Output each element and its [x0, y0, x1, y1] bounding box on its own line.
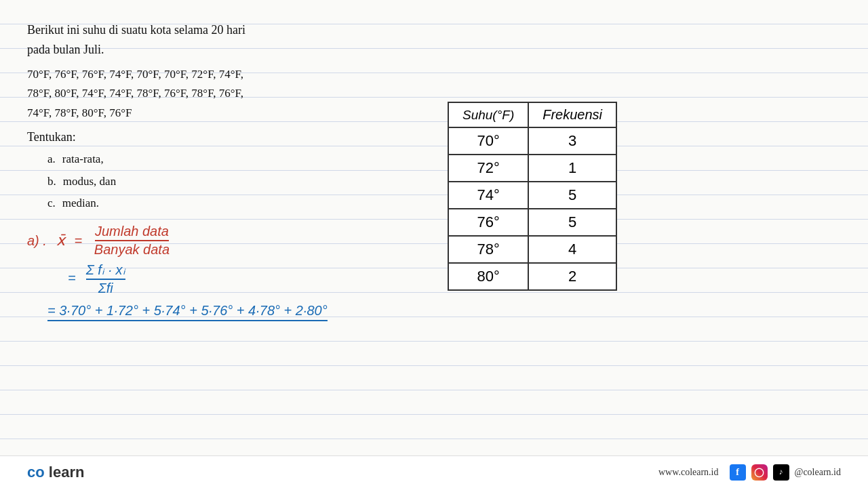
table-header-frekuensi: Frekuensi: [528, 102, 616, 127]
facebook-icon: f: [730, 464, 746, 481]
table-row: 76° 5: [448, 209, 616, 236]
table-row: 72° 1: [448, 155, 616, 182]
table-row: 78° 4: [448, 236, 616, 263]
sub-items: a.rata-rata, b.modus, dan c.median.: [27, 148, 841, 214]
tiktok-icon: ♪: [773, 464, 789, 481]
footer: co learn www.colearn.id f ◯ ♪ @colearn.i…: [0, 455, 868, 488]
solution-part-a: a) . x̄ = Jumlah data Banyak data: [27, 224, 841, 258]
social-icons: f ◯ ♪ @colearn.id: [730, 464, 841, 481]
footer-right: www.colearn.id f ◯ ♪ @colearn.id: [658, 464, 841, 481]
solution-section: a) . x̄ = Jumlah data Banyak data = Σ fᵢ…: [27, 224, 841, 321]
solution-expansion: = 3·70° + 1·72° + 5·74° + 5·76° + 4·78° …: [47, 303, 841, 321]
instagram-icon: ◯: [751, 464, 768, 481]
table-row: 70° 3: [448, 127, 616, 155]
website-url: www.colearn.id: [658, 467, 719, 478]
problem-intro: Berikut ini suhu di suatu kota selama 20…: [27, 20, 841, 60]
table-row: 80° 2: [448, 263, 616, 290]
colearn-logo: co learn: [27, 464, 84, 481]
frequency-table: Suhu(°F) Frekuensi 70° 3 72° 1 74°: [448, 102, 617, 291]
social-handle: @colearn.id: [795, 467, 841, 478]
table-row: 74° 5: [448, 182, 616, 209]
table-header-suhu: Suhu(°F): [448, 102, 528, 127]
tentukan-label: Tentukan:: [27, 130, 841, 144]
data-values: 70°F, 76°F, 76°F, 74°F, 70°F, 70°F, 72°F…: [27, 65, 407, 124]
